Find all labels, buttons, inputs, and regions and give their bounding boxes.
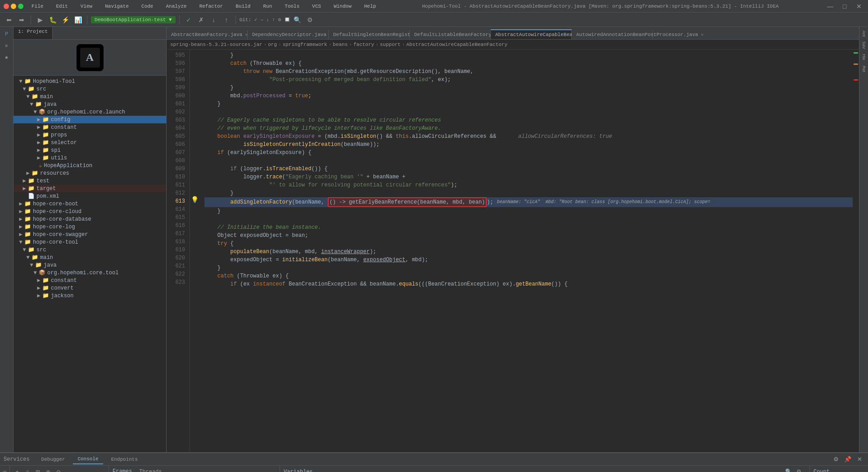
menu-file[interactable]: File bbox=[28, 3, 47, 10]
toolbar-back[interactable]: ⬅ bbox=[4, 14, 14, 25]
close-button[interactable]: ✕ bbox=[854, 1, 864, 12]
menu-run[interactable]: Run bbox=[259, 3, 276, 10]
toolbar-search[interactable]: 🔍 bbox=[292, 14, 303, 25]
tab-abstract-autowire[interactable]: AbstractAutowireCapableBeanFactory.java … bbox=[491, 29, 572, 39]
tree-tool-src[interactable]: ▼ 📁 src bbox=[14, 246, 166, 254]
menu-view[interactable]: View bbox=[77, 3, 96, 10]
tree-tool-main[interactable]: ▼ 📁 main bbox=[14, 254, 166, 261]
tree-tool-convert[interactable]: ▶ 📁 convert bbox=[14, 284, 166, 292]
bottom-pin-btn[interactable]: 📌 bbox=[843, 454, 853, 464]
tree-main[interactable]: ▼ 📁 main bbox=[14, 93, 166, 100]
btab-endpoints[interactable]: Endpoints bbox=[107, 455, 142, 464]
tree-spi[interactable]: ▶ 📁 spi bbox=[14, 146, 166, 154]
threads-tab[interactable]: Threads bbox=[139, 467, 162, 472]
services-expand[interactable]: ⊕ bbox=[44, 467, 53, 472]
menu-tools[interactable]: Tools bbox=[281, 3, 303, 10]
tree-hope-core-database[interactable]: ▶ 📁 hope-core-database bbox=[14, 215, 166, 223]
toolbar-profiler[interactable]: 📊 bbox=[72, 14, 83, 25]
toolbar-forward[interactable]: ➡ bbox=[16, 14, 27, 25]
tree-hope-core-cloud[interactable]: ▶ 📁 hope-core-cloud bbox=[14, 208, 166, 215]
bottom-settings-btn[interactable]: ⚙ bbox=[831, 454, 841, 464]
var-search-btn[interactable]: 🔍 bbox=[784, 467, 793, 472]
menu-analyze[interactable]: Analyze bbox=[162, 3, 190, 10]
tab-dependency-descriptor[interactable]: DependencyDescriptor.java ✕ bbox=[248, 30, 329, 39]
breakpoint-gutter-613[interactable]: 💡 bbox=[190, 195, 199, 204]
tree-hope-core-boot[interactable]: ▶ 📁 hope-core-boot bbox=[14, 200, 166, 208]
structure-btn[interactable]: ≡ bbox=[2, 41, 12, 50]
stop-btn[interactable]: ■ bbox=[0, 467, 10, 472]
menu-vcs[interactable]: VCS bbox=[308, 3, 325, 10]
tab-default-singleton[interactable]: DefaultSingletonBeanRegistry.java ✕ bbox=[329, 30, 410, 39]
code-content[interactable]: } catch (Throwable ex) { throw new BeanC… bbox=[199, 50, 853, 452]
tree-hope-core-log[interactable]: ▶ 📁 hope-core-log bbox=[14, 223, 166, 231]
line-603: // Eagerly cache singletons to be able t… bbox=[204, 116, 853, 124]
toolbar-git-checkmark[interactable]: ✓ bbox=[183, 14, 194, 25]
menu-help[interactable]: Help bbox=[361, 3, 380, 10]
tree-pom[interactable]: 📄 pom.xml bbox=[14, 192, 166, 200]
maximize-button[interactable]: □ bbox=[839, 1, 850, 12]
services-group[interactable]: ⊞ bbox=[33, 467, 42, 472]
minimize-button[interactable]: — bbox=[825, 1, 836, 12]
toolbar-git-x[interactable]: ✗ bbox=[196, 14, 207, 25]
tree-src[interactable]: ▼ 📁 src bbox=[14, 85, 166, 93]
tree-utils[interactable]: ▶ 📁 utils bbox=[14, 154, 166, 162]
services-add[interactable]: + bbox=[13, 467, 22, 472]
toolbar-git-update[interactable]: ↓ bbox=[208, 14, 219, 25]
sav-view-btn[interactable]: SaV bbox=[859, 41, 868, 50]
menu-code[interactable]: Code bbox=[138, 3, 157, 10]
run-config-selector[interactable]: DemoBootApplication-test ▼ bbox=[91, 16, 176, 23]
tab-project[interactable]: 1: Project bbox=[14, 27, 53, 39]
btab-debugger[interactable]: Debugger bbox=[37, 455, 70, 464]
services-collapse[interactable]: ⊖ bbox=[54, 467, 63, 472]
btab-services[interactable]: Console bbox=[73, 454, 103, 464]
tree-target[interactable]: ▶ 📁 target bbox=[14, 185, 166, 192]
tab-autowired-annotation[interactable]: AutowiredAnnotationBeanPostProcessor.jav… bbox=[572, 30, 653, 39]
tree-root[interactable]: ▼ 📁 Hopehomi-Tool bbox=[14, 77, 166, 85]
toolbar-git-push[interactable]: ↑ bbox=[221, 14, 232, 25]
ret-server-btn[interactable]: Ret bbox=[859, 64, 868, 74]
menu-navigate[interactable]: Navigate bbox=[101, 3, 132, 10]
line-609: if (logger.isTraceEnabled()) { bbox=[204, 165, 853, 173]
tab-default-listable[interactable]: DefaultListableBeanFactory.java ✕ bbox=[410, 30, 491, 39]
tab-abstract-bean-factory[interactable]: AbstractBeanFactory.java ✕ bbox=[167, 30, 248, 39]
bottom-tabs: Services Debugger Console Endpoints ⚙ 📌 … bbox=[0, 453, 868, 466]
tree-java[interactable]: ▼ 📁 java bbox=[14, 100, 166, 108]
menu-build[interactable]: Build bbox=[232, 3, 254, 10]
menu-refactor[interactable]: Refactor bbox=[196, 3, 227, 10]
hierarchy-btn[interactable]: Hie bbox=[859, 52, 868, 62]
tree-hope-core-tool[interactable]: ▼ 📁 hope-core-tool bbox=[14, 238, 166, 246]
frames-tab[interactable]: Frames bbox=[113, 467, 132, 472]
tree-props[interactable]: ▶ 📁 props bbox=[14, 131, 166, 139]
tree-content: ▼ 📁 Hopehomi-Tool ▼ 📁 src ▼ 📁 main ▼ 📁 bbox=[14, 76, 166, 452]
menu-edit[interactable]: Edit bbox=[52, 3, 71, 10]
tree-constant[interactable]: ▶ 📁 constant bbox=[14, 123, 166, 131]
toolbar-run[interactable]: ▶ bbox=[35, 14, 45, 25]
menu-window[interactable]: Window bbox=[330, 3, 355, 10]
tree-pkg-launch[interactable]: ▼ 📦 org.hopehomi.core.launch bbox=[14, 108, 166, 116]
tree-resources[interactable]: ▶ 📁 resources bbox=[14, 169, 166, 177]
project-view-btn[interactable]: P bbox=[2, 29, 12, 39]
debug-side-buttons: ■ ▶ ⏸ bbox=[0, 466, 10, 472]
tree-hope-core-swagger[interactable]: ▶ 📁 hope-core-swagger bbox=[14, 231, 166, 238]
toolbar-settings[interactable]: ⚙ bbox=[305, 14, 316, 25]
bottom-close-btn[interactable]: ✕ bbox=[854, 454, 864, 464]
tree-tool-jackson[interactable]: ▶ 📁 jackson bbox=[14, 292, 166, 300]
tree-tool-java[interactable]: ▼ 📁 java bbox=[14, 261, 166, 269]
tree-test[interactable]: ▶ 📁 test bbox=[14, 177, 166, 185]
tree-hope-application[interactable]: ☕ HopeApplication bbox=[14, 162, 166, 169]
tree-selector[interactable]: ▶ 📁 selector bbox=[14, 139, 166, 146]
var-settings-btn[interactable]: ⚙ bbox=[794, 467, 803, 472]
tree-tool-constant[interactable]: ▶ 📁 constant bbox=[14, 277, 166, 284]
code-editor[interactable]: 595 596 597 598 599 600 601 602 603 604 … bbox=[167, 50, 859, 452]
services-filter[interactable]: ≡ bbox=[23, 467, 32, 472]
favorites-btn[interactable]: ★ bbox=[2, 52, 12, 62]
line-596: catch (Throwable ex) { bbox=[204, 59, 853, 68]
bottom-panel: Services Debugger Console Endpoints ⚙ 📌 … bbox=[0, 452, 868, 472]
line-606: isSingletonCurrentlyInCreation(beanName)… bbox=[204, 141, 853, 149]
tree-tool-pkg[interactable]: ▼ 📦 org.hopehomi.core.tool bbox=[14, 269, 166, 277]
services-list: + ≡ ⊞ ⊕ ⊖ 🍃 Spring Boot ▶ Running DemoBo… bbox=[10, 466, 109, 472]
toolbar-coverage[interactable]: ⚡ bbox=[60, 14, 71, 25]
toolbar-debug[interactable]: 🐛 bbox=[47, 14, 58, 25]
tree-config[interactable]: ▶ 📁 config bbox=[14, 116, 166, 123]
ant-btn[interactable]: Ant bbox=[859, 29, 868, 39]
